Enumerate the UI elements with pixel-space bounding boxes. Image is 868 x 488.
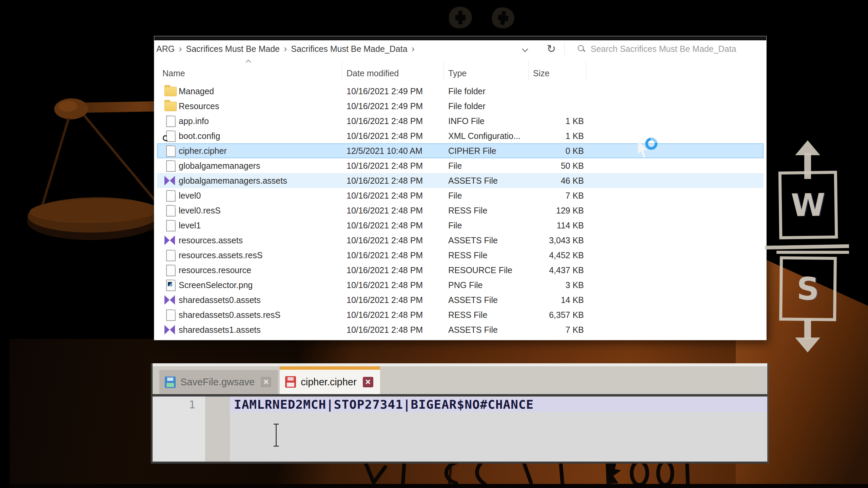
file-name: sharedassets0.assets (179, 292, 261, 307)
file-row[interactable]: ScreenSelector.png 10/16/2021 2:48 PM PN… (157, 278, 764, 292)
file-type: File (448, 188, 462, 203)
breadcrumb-segment[interactable]: ARG › (156, 44, 182, 54)
file-type: ASSETS File (448, 292, 498, 307)
breadcrumb-segment[interactable]: Sacrifices Must Be Made_Data › (291, 44, 415, 54)
text-ibeam-cursor (273, 424, 279, 447)
file-type: RESS File (448, 203, 487, 218)
file-size: 3 KB (566, 278, 584, 292)
file-row[interactable]: globalgamemanagers.assets 10/16/2021 2:4… (157, 173, 764, 188)
file-type: ASSETS File (448, 322, 498, 337)
file-date-modified: 10/16/2021 2:48 PM (347, 278, 423, 292)
file-date-modified: 10/16/2021 2:48 PM (347, 128, 423, 143)
file-type: File folder (448, 84, 486, 99)
file-row[interactable]: level0.resS 10/16/2021 2:48 PM RESS File… (157, 203, 764, 218)
file-date-modified: 10/16/2021 2:48 PM (347, 307, 423, 322)
file-type-icon (166, 205, 176, 217)
file-type: File (448, 158, 462, 173)
file-row[interactable]: app.info 10/16/2021 2:48 PM INFO File 1 … (157, 114, 764, 128)
editor-content-area[interactable]: 1 IAMLRNED2MCH|STOP27341|BIGEAR$NO#CHANC… (153, 396, 767, 462)
file-size: 50 KB (561, 158, 584, 173)
refresh-icon[interactable]: ↻ (544, 42, 558, 56)
column-divider[interactable] (528, 61, 529, 80)
column-header-name[interactable]: Name (162, 68, 185, 78)
chevron-right-icon[interactable]: › (179, 44, 182, 54)
file-row[interactable]: sharedassets0.assets 10/16/2021 2:48 PM … (157, 292, 764, 307)
address-dropdown-chevron-icon[interactable] (522, 46, 528, 52)
window-top-edge (154, 36, 766, 40)
editor-tab-bar: SaveFile.gwsave × cipher.cipher × (159, 366, 380, 394)
text-editor-window: SaveFile.gwsave × cipher.cipher × 1 IAML… (151, 363, 769, 464)
file-name: level0 (179, 188, 201, 203)
sort-ascending-icon (246, 59, 251, 64)
column-header-row: Name Date modified Type Size (154, 57, 766, 83)
file-row[interactable]: resources.resource 10/16/2021 2:48 PM RE… (157, 263, 764, 278)
file-row[interactable]: resources.assets 10/16/2021 2:48 PM ASSE… (157, 233, 764, 248)
left-vignette (0, 0, 9, 488)
file-type-icon (166, 280, 176, 291)
breadcrumb-segment-label[interactable]: Sacrifices Must Be Made_Data (291, 44, 407, 54)
arrow-down-icon (795, 338, 820, 352)
chevron-right-icon[interactable]: › (412, 44, 415, 54)
close-icon[interactable]: × (261, 377, 271, 387)
file-date-modified: 10/16/2021 2:48 PM (347, 322, 423, 337)
file-row[interactable]: resources.assets.resS 10/16/2021 2:48 PM… (157, 248, 764, 263)
editor-tab[interactable]: SaveFile.gwsave × (159, 370, 278, 394)
file-size: 3,043 KB (549, 233, 584, 248)
column-divider[interactable] (586, 61, 586, 80)
file-size: 0 KB (566, 143, 584, 158)
file-date-modified: 10/16/2021 2:48 PM (347, 188, 423, 203)
breadcrumb-segment-label[interactable]: Sacrifices Must Be Made (186, 44, 280, 54)
file-row[interactable]: level0 10/16/2021 2:48 PM File 7 KB (157, 188, 764, 203)
breadcrumb: ARG › Sacrifices Must Be Made › Sacrific… (156, 40, 415, 57)
file-name: app.info (179, 114, 209, 128)
file-row[interactable]: cipher.cipher 12/5/2021 10:40 AM CIPHER … (157, 143, 764, 158)
file-type: ASSETS File (448, 173, 498, 188)
editor-tab[interactable]: cipher.cipher × (280, 366, 380, 394)
breadcrumb-segment[interactable]: Sacrifices Must Be Made › (186, 44, 287, 54)
file-type: PNG File (448, 278, 482, 292)
file-row[interactable]: level1 10/16/2021 2:48 PM File 114 KB (157, 218, 764, 233)
file-name: sharedassets1.assets (179, 322, 261, 337)
file-row[interactable]: sharedassets0.assets.resS 10/16/2021 2:4… (157, 307, 764, 322)
file-size: 1 KB (566, 128, 584, 143)
file-name: resources.resource (179, 263, 251, 278)
chevron-right-icon[interactable]: › (284, 44, 287, 54)
file-date-modified: 10/16/2021 2:49 PM (347, 99, 423, 114)
file-type: RESS File (448, 248, 487, 263)
file-date-modified: 10/16/2021 2:48 PM (347, 173, 423, 188)
column-header-size[interactable]: Size (533, 68, 550, 78)
file-size: 129 KB (556, 203, 584, 218)
column-header-type[interactable]: Type (448, 68, 467, 78)
file-size: 4,437 KB (549, 263, 584, 278)
key-s-hint: S (779, 256, 837, 321)
search-box[interactable] (570, 40, 766, 57)
search-input[interactable] (590, 44, 766, 54)
column-divider[interactable] (443, 61, 444, 80)
file-row[interactable]: Managed 10/16/2021 2:49 PM File folder (157, 84, 764, 99)
file-size: 7 KB (566, 188, 584, 203)
close-icon[interactable]: × (363, 377, 373, 387)
file-type-icon (164, 176, 176, 187)
file-row[interactable]: Resources 10/16/2021 2:49 PM File folder (157, 99, 764, 114)
file-row[interactable]: boot.config 10/16/2021 2:48 PM XML Confi… (157, 128, 764, 143)
file-size: 6,357 KB (549, 307, 584, 322)
arrow-down-stem (804, 319, 811, 339)
file-row[interactable]: sharedassets1.assets 10/16/2021 2:48 PM … (157, 322, 764, 337)
cipher-text-line[interactable]: IAMLRNED2MCH|STOP27341|BIGEAR$NO#CHANCE (234, 397, 534, 412)
file-type-icon (166, 160, 176, 172)
tab-label: cipher.cipher (301, 377, 356, 388)
file-type-icon (166, 116, 176, 127)
file-date-modified: 12/5/2021 10:40 AM (347, 143, 422, 158)
column-divider[interactable] (342, 61, 342, 80)
file-row[interactable]: globalgamemanagers 10/16/2021 2:48 PM Fi… (157, 158, 764, 173)
file-type: INFO File (448, 114, 485, 128)
breadcrumb-segment-label[interactable]: ARG (156, 44, 175, 54)
toolbar-divider (565, 42, 565, 56)
floppy-disk-save-icon (285, 376, 296, 388)
column-header-date[interactable]: Date modified (347, 68, 399, 78)
tab-content-divider (153, 394, 767, 396)
file-size: 4,452 KB (549, 248, 584, 263)
file-name: Resources (179, 99, 219, 114)
file-name: resources.assets (179, 233, 243, 248)
file-name: globalgamemanagers.assets (179, 173, 287, 188)
